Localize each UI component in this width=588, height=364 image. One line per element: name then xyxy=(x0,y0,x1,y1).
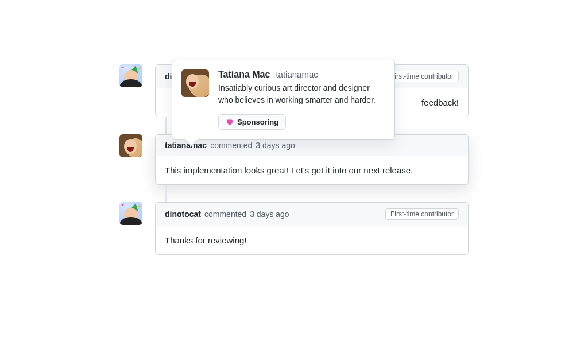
user-hovercard: Tatiana Mac tatianamac Insatiably curiou… xyxy=(172,60,395,140)
avatar[interactable] xyxy=(119,64,142,87)
avatar[interactable] xyxy=(181,69,209,97)
comment-author[interactable]: tatianamac xyxy=(165,141,207,150)
comment-action: commented xyxy=(210,141,252,150)
hovercard-name[interactable]: Tatiana Mac xyxy=(218,69,270,80)
comment-header: dinotocat commented 3 days ago First-tim… xyxy=(156,203,468,226)
contributor-badge: First-time contributor xyxy=(385,208,459,220)
comment-time[interactable]: 3 days ago xyxy=(256,141,295,150)
comment-body: Thanks for reviewing! xyxy=(156,226,468,254)
contributor-badge: First-time contributor xyxy=(385,71,459,82)
sponsoring-button[interactable]: Sponsoring xyxy=(218,114,286,130)
comment-box: tatianamac commented 3 days ago This imp… xyxy=(155,134,469,185)
timeline-connector xyxy=(155,185,469,202)
comment-box: dinotocat commented 3 days ago First-tim… xyxy=(155,202,469,255)
hovercard-bio: Insatiably curious art director and desi… xyxy=(218,82,385,106)
comment-author[interactable]: dinotocat xyxy=(165,210,201,219)
comment-action: commented xyxy=(204,210,246,219)
hovercard-login[interactable]: tatianamac xyxy=(276,69,318,79)
comment: tatianamac commented 3 days ago This imp… xyxy=(119,134,469,185)
comment: dinotocat commented 3 days ago First-tim… xyxy=(119,202,469,255)
heart-icon xyxy=(226,118,234,126)
comment-body: This implementation looks great! Let's g… xyxy=(156,156,468,184)
sponsoring-label: Sponsoring xyxy=(237,118,278,126)
avatar[interactable] xyxy=(119,202,142,225)
comment-time[interactable]: 3 days ago xyxy=(250,210,289,219)
avatar[interactable] xyxy=(119,134,142,157)
